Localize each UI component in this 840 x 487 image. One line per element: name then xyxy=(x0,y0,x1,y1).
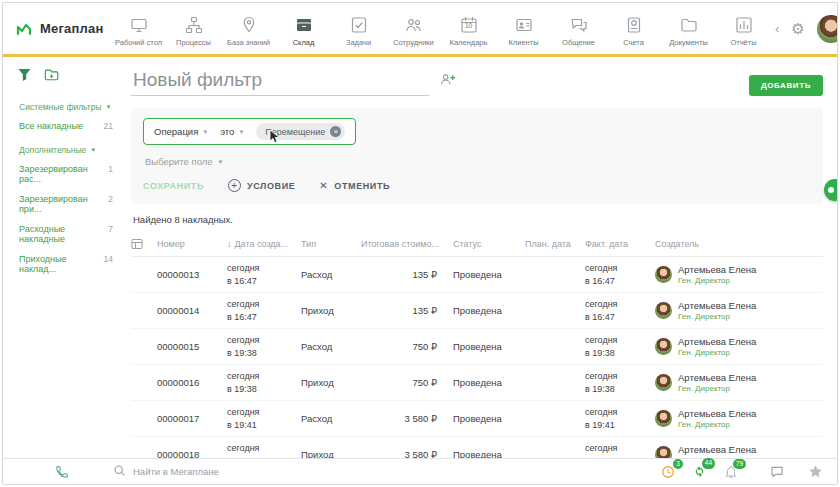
condition-operator-select[interactable]: это ▼ xyxy=(220,126,244,137)
creator-avatar xyxy=(655,266,672,283)
row-creator[interactable]: Артемьева ЕленаГен. Директор xyxy=(655,372,823,393)
table-row[interactable]: 00000015сегодняв 19:38Расход750 ₽Проведе… xyxy=(131,329,823,365)
item-count: 14 xyxy=(104,254,113,264)
alerts-clock-icon[interactable]: 3 xyxy=(661,465,675,479)
plus-circle-icon: + xyxy=(228,179,241,192)
nav-invoices[interactable]: Счета xyxy=(606,10,661,47)
nav-processes[interactable]: Процессы xyxy=(166,10,221,47)
collapse-nav-icon[interactable]: ‹ xyxy=(775,22,779,35)
creator-avatar xyxy=(655,302,672,319)
row-status: Проведена xyxy=(453,377,525,388)
tasks-check-icon xyxy=(349,14,369,36)
megaplan-logo[interactable]: Мегаплан xyxy=(15,19,111,39)
sidebar-item-incoming-invoices[interactable]: Приходные наклад... 14 xyxy=(19,254,117,274)
sidebar-item-all-invoices[interactable]: Все накладные 21 xyxy=(19,121,117,131)
main-content: ДОБАВИТЬ Операция ▼ это ▼ Перемещение × xyxy=(121,57,837,458)
messages-icon[interactable] xyxy=(770,465,784,479)
sidebar-item-reserved-in[interactable]: Зарезервирован при... 2 xyxy=(19,194,117,214)
global-search-input[interactable] xyxy=(133,466,353,477)
nav-employees[interactable]: Сотрудники xyxy=(386,10,441,47)
row-total: 135 ₽ xyxy=(361,269,453,280)
table-menu-icon[interactable] xyxy=(131,238,157,250)
cancel-filter-button[interactable]: ✕ ОТМЕНИТЬ xyxy=(319,180,390,191)
row-creator[interactable]: Артемьева ЕленаГен. Директор xyxy=(655,264,823,285)
sidebar-section-system-filters[interactable]: Системные фильтры ▼ xyxy=(19,102,117,112)
search-icon xyxy=(113,463,126,481)
nav-calendar[interactable]: 10 Календарь xyxy=(441,10,496,47)
filter-funnel-icon[interactable] xyxy=(17,67,32,86)
condition-field-select[interactable]: Операция ▼ xyxy=(154,126,208,137)
table-body: 00000013сегодняв 16:47Расход135 ₽Проведе… xyxy=(131,257,823,458)
sidebar-item-outgoing-invoices[interactable]: Расходные накладные 7 xyxy=(19,224,117,244)
col-fact-date[interactable]: Факт. дата xyxy=(585,239,655,249)
add-folder-icon[interactable] xyxy=(44,67,60,86)
assign-user-icon[interactable] xyxy=(439,72,456,90)
sidebar-item-reserved-out[interactable]: Зарезервирован рас... 1 xyxy=(19,164,117,184)
row-number[interactable]: 00000014 xyxy=(157,305,227,316)
row-number[interactable]: 00000013 xyxy=(157,269,227,280)
nav-communication[interactable]: Общение xyxy=(551,10,606,47)
phone-icon[interactable] xyxy=(55,465,69,479)
table-row[interactable]: 00000016сегодняв 19:38Приход750 ₽Проведе… xyxy=(131,365,823,401)
save-filter-button[interactable]: СОХРАНИТЬ xyxy=(143,181,204,191)
table-row[interactable]: 00000018сегодняв 19:41Приход3 580 ₽Прове… xyxy=(131,437,823,458)
row-status: Проведена xyxy=(453,449,525,458)
item-count: 7 xyxy=(108,224,113,234)
settings-gear-icon[interactable]: ⚙ xyxy=(791,21,804,36)
col-created-date[interactable]: ↓Дата созда... xyxy=(227,239,301,249)
col-type[interactable]: Тип xyxy=(301,239,361,249)
nav-knowledge-base[interactable]: База знаний xyxy=(221,10,276,47)
table-row[interactable]: 00000017сегодняв 19:41Расход3 580 ₽Прове… xyxy=(131,401,823,437)
nav-clients[interactable]: Клиенты xyxy=(496,10,551,47)
user-avatar[interactable] xyxy=(817,15,838,43)
select-field-dropdown[interactable]: Выберите поле ▼ xyxy=(145,156,224,167)
row-status: Проведена xyxy=(453,413,525,424)
favorites-star-icon[interactable] xyxy=(808,464,823,479)
chevron-down-icon: ▼ xyxy=(238,129,244,135)
row-creator[interactable]: Артемьева ЕленаГен. Директор xyxy=(655,444,823,458)
table-row[interactable]: 00000013сегодняв 16:47Расход135 ₽Проведе… xyxy=(131,257,823,293)
row-total: 750 ₽ xyxy=(361,377,453,388)
row-total: 750 ₽ xyxy=(361,341,453,352)
row-number[interactable]: 00000018 xyxy=(157,449,227,458)
filter-name-input[interactable] xyxy=(131,69,429,96)
col-total[interactable]: Итоговая стоимо... xyxy=(361,239,453,249)
add-button[interactable]: ДОБАВИТЬ xyxy=(749,75,823,96)
filter-condition-row[interactable]: Операция ▼ это ▼ Перемещение × xyxy=(143,118,356,145)
row-total: 135 ₽ xyxy=(361,305,453,316)
row-created-date: сегодняв 16:47 xyxy=(227,262,301,286)
row-number[interactable]: 00000017 xyxy=(157,413,227,424)
col-plan-date[interactable]: План. дата xyxy=(525,239,585,249)
row-type: Приход xyxy=(301,449,361,458)
sidebar-section-additional[interactable]: Дополнительные ▼ xyxy=(19,145,117,155)
col-number[interactable]: Номер xyxy=(157,239,227,249)
col-creator[interactable]: Создатель xyxy=(655,239,823,249)
deals-refresh-icon[interactable]: 44 xyxy=(692,464,707,479)
condition-value-chip[interactable]: Перемещение × xyxy=(256,123,345,140)
row-total: 3 580 ₽ xyxy=(361,449,453,458)
row-fact-date: сегодняв 19:41 xyxy=(585,442,655,458)
row-number[interactable]: 00000015 xyxy=(157,341,227,352)
row-creator[interactable]: Артемьева ЕленаГен. Директор xyxy=(655,300,823,321)
row-type: Приход xyxy=(301,305,361,316)
row-fact-date: сегодняв 16:47 xyxy=(585,262,655,286)
map-pin-icon xyxy=(239,14,259,36)
nav-reports[interactable]: Отчёты xyxy=(716,10,771,47)
row-creator[interactable]: Артемьева ЕленаГен. Директор xyxy=(655,336,823,357)
notifications-bell-icon[interactable]: 79 xyxy=(724,465,738,479)
nav-desktop[interactable]: Рабочий стол xyxy=(111,10,166,47)
add-condition-button[interactable]: + УСЛОВИЕ xyxy=(228,179,295,192)
row-fact-date: сегодняв 19:38 xyxy=(585,370,655,394)
row-fact-date: сегодняв 16:47 xyxy=(585,298,655,322)
nav-tasks[interactable]: Задачи xyxy=(331,10,386,47)
global-search[interactable] xyxy=(113,463,661,481)
row-creator[interactable]: Артемьева ЕленаГен. Директор xyxy=(655,408,823,429)
nav-warehouse[interactable]: Склад xyxy=(276,10,331,47)
col-status[interactable]: Статус xyxy=(453,239,525,249)
table-row[interactable]: 00000014сегодняв 16:47Приход135 ₽Проведе… xyxy=(131,293,823,329)
remove-value-icon[interactable]: × xyxy=(330,126,341,137)
warehouse-box-icon xyxy=(294,14,314,36)
item-count: 1 xyxy=(108,164,113,174)
nav-documents[interactable]: Документы xyxy=(661,10,716,47)
row-number[interactable]: 00000016 xyxy=(157,377,227,388)
